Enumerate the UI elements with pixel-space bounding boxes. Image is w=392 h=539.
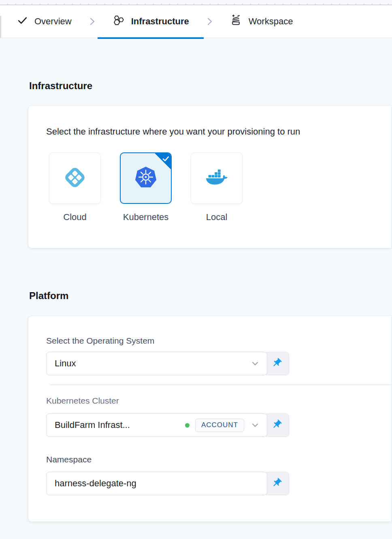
field-divider <box>50 385 391 385</box>
cluster-field-label: Kubernetes Cluster <box>46 396 373 406</box>
tab-label: Overview <box>34 16 72 27</box>
option-label-cloud: Cloud <box>63 212 86 222</box>
os-select-group: Linux <box>46 352 289 375</box>
cluster-select[interactable]: BuildFarm Infrast... ACCOUNT <box>46 413 267 437</box>
namespace-pin-button[interactable] <box>264 472 289 495</box>
pushpin-icon <box>271 477 282 490</box>
os-select-value: Linux <box>55 358 76 369</box>
os-pin-button[interactable] <box>264 352 289 375</box>
infrastructure-card: Select the infrastructure where you want… <box>28 106 391 248</box>
chevron-down-icon <box>251 359 260 368</box>
os-select[interactable]: Linux <box>46 352 267 375</box>
namespace-field-label: Namespace <box>46 454 373 464</box>
cluster-pin-button[interactable] <box>264 413 289 437</box>
check-icon <box>17 15 28 28</box>
pushpin-icon <box>271 419 282 431</box>
infrastructure-section-title: Infrastructure <box>29 80 392 92</box>
option-tile-cloud[interactable] <box>49 152 101 204</box>
option-label-local: Local <box>206 212 228 222</box>
platform-card: Select the Operating System Linux Kubern… <box>28 316 391 522</box>
option-tile-kubernetes[interactable] <box>120 152 172 204</box>
chevron-right-icon <box>204 17 215 26</box>
option-label-kubernetes: Kubernetes <box>123 212 169 222</box>
cloud-icon <box>62 165 88 192</box>
hexagons-icon <box>112 14 125 29</box>
chevron-down-icon <box>251 421 260 430</box>
stack-icon <box>230 14 242 29</box>
wizard-tabbar: Overview Infrastructure <box>0 5 392 38</box>
tab-label: Workspace <box>249 16 293 27</box>
selected-check-icon <box>162 155 170 164</box>
tab-infrastructure[interactable]: Infrastructure <box>98 5 204 38</box>
platform-section-title: Platform <box>29 290 392 302</box>
infrastructure-options: Cloud <box>49 152 373 222</box>
namespace-input[interactable] <box>46 472 267 495</box>
pushpin-icon <box>271 357 282 370</box>
infrastructure-prompt: Select the infrastructure where you want… <box>46 126 373 137</box>
tab-label: Infrastructure <box>131 16 189 27</box>
scope-badge: ACCOUNT <box>195 419 244 432</box>
cluster-select-value: BuildFarm Infrast... <box>55 420 130 430</box>
cluster-select-group: BuildFarm Infrast... ACCOUNT <box>46 413 289 437</box>
panel-edge <box>0 16 1 38</box>
connector-status-dot <box>185 423 190 428</box>
window-top-strip <box>0 0 392 5</box>
namespace-input-group <box>46 472 289 495</box>
docker-whale-icon <box>204 165 229 192</box>
tab-overview[interactable]: Overview <box>2 5 86 38</box>
os-field-label: Select the Operating System <box>46 336 373 346</box>
chevron-right-icon <box>86 17 98 26</box>
tab-workspace[interactable]: Workspace <box>215 5 308 38</box>
option-tile-local[interactable] <box>191 152 243 204</box>
